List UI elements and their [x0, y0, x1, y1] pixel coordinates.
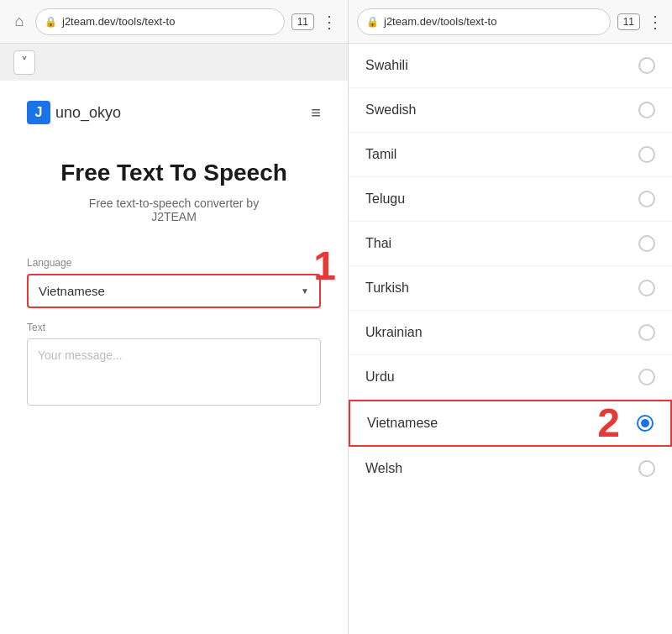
language-select-wrapper[interactable]: Vietnamese ▼ 1: [27, 274, 321, 308]
radio-button[interactable]: [638, 146, 655, 163]
radio-button[interactable]: [638, 324, 655, 341]
radio-button[interactable]: [637, 415, 654, 432]
hero-section: Free Text To Speech Free text-to-speech …: [27, 158, 321, 223]
select-arrow-icon: ▼: [301, 286, 309, 296]
language-item[interactable]: Urdu: [349, 355, 672, 400]
hamburger-menu[interactable]: ≡: [311, 103, 321, 123]
menu-dots-left[interactable]: ⋮: [321, 12, 338, 32]
logo-area: J uno_okyo ≡: [27, 101, 321, 124]
text-label: Text: [27, 322, 321, 333]
tab-back-button[interactable]: ˅: [13, 50, 35, 75]
page-content-left: J uno_okyo ≡ Free Text To Speech Free te…: [0, 81, 348, 634]
right-panel: 🔒 j2team.dev/tools/text-to 11 ⋮ SwahiliS…: [349, 0, 672, 634]
logo-name: uno_okyo: [55, 104, 121, 122]
logo: J uno_okyo: [27, 101, 121, 124]
lock-icon-left: 🔒: [45, 16, 57, 28]
home-icon[interactable]: ⌂: [10, 13, 29, 31]
language-name: Swahili: [365, 58, 408, 73]
language-name: Swedish: [365, 102, 416, 118]
language-name: Ukrainian: [365, 325, 423, 340]
hero-subtitle: Free text-to-speech converter by J2TEAM: [27, 196, 321, 223]
language-item[interactable]: 2Vietnamese: [349, 400, 672, 447]
address-bar-right[interactable]: 🔒 j2team.dev/tools/text-to: [357, 8, 611, 35]
tab-count-right[interactable]: 11: [617, 13, 640, 30]
language-name: Vietnamese: [367, 416, 438, 431]
hero-title: Free Text To Speech: [27, 158, 321, 188]
language-name: Tamil: [365, 147, 396, 162]
address-bar-left[interactable]: 🔒 j2team.dev/tools/text-to: [35, 8, 285, 35]
language-item[interactable]: Swedish: [349, 88, 672, 133]
language-name: Urdu: [365, 369, 395, 385]
logo-j-icon: J: [27, 101, 50, 124]
radio-button[interactable]: [638, 280, 655, 296]
radio-button[interactable]: [638, 460, 655, 477]
radio-button[interactable]: [638, 369, 655, 385]
language-item[interactable]: Welsh: [349, 447, 672, 490]
radio-button[interactable]: [638, 191, 655, 207]
browser-bar-right: 🔒 j2team.dev/tools/text-to 11 ⋮: [349, 0, 672, 44]
language-name: Welsh: [365, 461, 402, 476]
tab-count-left[interactable]: 11: [291, 13, 314, 30]
form-section: Language Vietnamese ▼ 1 Text Your messag…: [27, 257, 321, 406]
language-name: Telugu: [365, 191, 405, 207]
textarea-wrapper[interactable]: Your message...: [27, 338, 321, 406]
language-item[interactable]: Thai: [349, 222, 672, 266]
radio-button[interactable]: [638, 57, 655, 74]
language-select-inner[interactable]: Vietnamese ▼: [29, 275, 319, 307]
language-name: Thai: [365, 236, 391, 251]
language-select-value: Vietnamese: [39, 284, 105, 298]
lock-icon-right: 🔒: [366, 16, 379, 28]
language-label: Language: [27, 257, 321, 269]
language-name: Turkish: [365, 280, 409, 296]
language-item[interactable]: Swahili: [349, 44, 672, 88]
address-text-left: j2team.dev/tools/text-to: [62, 15, 175, 28]
language-item[interactable]: Ukrainian: [349, 311, 672, 355]
language-item[interactable]: Tamil: [349, 133, 672, 177]
radio-inner-dot: [641, 419, 649, 427]
language-list: SwahiliSwedishTamilTeluguThaiTurkishUkra…: [349, 44, 672, 634]
language-item[interactable]: Turkish: [349, 266, 672, 311]
tab-bar-left: ˅: [0, 44, 348, 81]
radio-button[interactable]: [638, 235, 655, 252]
annotation-1: 1: [313, 246, 336, 286]
browser-bar-left: ⌂ 🔒 j2team.dev/tools/text-to 11 ⋮: [0, 0, 348, 44]
menu-dots-right[interactable]: ⋮: [647, 12, 664, 32]
address-text-right: j2team.dev/tools/text-to: [384, 15, 496, 28]
textarea-placeholder: Your message...: [38, 348, 123, 362]
annotation-2: 2: [597, 403, 620, 443]
left-panel: ⌂ 🔒 j2team.dev/tools/text-to 11 ⋮ ˅ J un…: [0, 0, 349, 634]
radio-button[interactable]: [638, 102, 655, 118]
language-item[interactable]: Telugu: [349, 177, 672, 222]
